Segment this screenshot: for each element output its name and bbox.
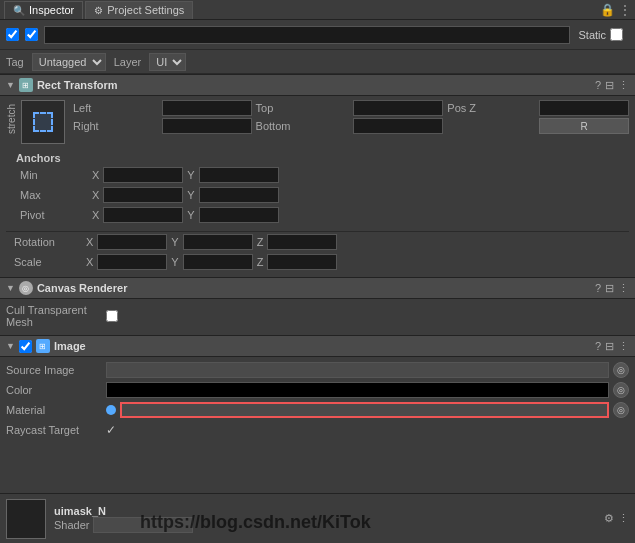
min-y-input[interactable]: 0 [199, 167, 279, 183]
anchors-min-row: Min X 0 Y 0 [12, 166, 623, 184]
tab-inspector[interactable]: 🔍 Inspector [4, 1, 83, 19]
max-label: Max [12, 189, 92, 201]
material-value: uimask_N ◎ [106, 402, 629, 418]
rot-y-input[interactable]: 0 [183, 234, 253, 250]
top-label: Top [256, 102, 350, 114]
canvas-renderer-menu-icon[interactable]: ⋮ [618, 282, 629, 295]
bottom-label: Bottom [256, 120, 350, 132]
rect-transform-menu-icon[interactable]: ⋮ [618, 79, 629, 92]
scale-z-input[interactable]: 1 [267, 254, 337, 270]
image-icons-right: ? ⊟ ⋮ [595, 340, 629, 353]
rect-transform-layout-icon[interactable]: ⊟ [605, 79, 614, 92]
posz-input[interactable]: 0 [539, 100, 629, 116]
rot-x-input[interactable]: 0 [97, 234, 167, 250]
image-title: Image [54, 340, 595, 352]
raycast-label: Raycast Target [6, 424, 106, 436]
canvas-renderer-icons-right: ? ⊟ ⋮ [595, 282, 629, 295]
source-image-value: None (Sprite) ◎ [106, 362, 629, 378]
bottom-settings-icon[interactable]: ⚙ [604, 512, 614, 525]
left-input[interactable]: -621.35 [162, 100, 252, 116]
tab-bar: 🔍 Inspector ⚙ Project Settings 🔒 ⋮ [0, 0, 635, 20]
inspector-main: uimask_N Static Tag Untagged Layer UI ▼ … [0, 20, 635, 543]
stretch-box [21, 100, 65, 144]
right-input[interactable]: -621.35 [162, 118, 252, 134]
max-x-label: X [92, 189, 99, 201]
image-section-header[interactable]: ▼ ⊞ Image ? ⊟ ⋮ [0, 335, 635, 357]
min-x-label: X [92, 169, 99, 181]
material-row: Material uimask_N ◎ [6, 401, 629, 419]
rect-transform-content: stretch Left -621.35 Top -316.5 Pos Z 0 … [0, 96, 635, 277]
image-help-icon[interactable]: ? [595, 340, 601, 353]
more-options-icon[interactable]: ⋮ [619, 3, 631, 17]
pivot-x-input[interactable]: 0.5 [103, 207, 183, 223]
image-layout-icon[interactable]: ⊟ [605, 340, 614, 353]
coords-container: Left -621.35 Top -316.5 Pos Z 0 Right -6… [73, 100, 629, 134]
top-input[interactable]: -316.5 [353, 100, 443, 116]
object-enabled-checkbox[interactable] [6, 28, 19, 41]
image-arrow: ▼ [6, 341, 15, 351]
lock-icon[interactable]: 🔒 [600, 3, 615, 17]
stretch-row: stretch Left -621.35 Top -316.5 Pos Z 0 … [6, 100, 629, 144]
settings-icon: ⚙ [94, 5, 103, 16]
tag-label: Tag [6, 56, 24, 68]
coords-grid: Left -621.35 Top -316.5 Pos Z 0 Right -6… [73, 100, 629, 134]
scale-label: Scale [6, 256, 86, 268]
anchors-max-xy: X 1 Y 1 [92, 187, 279, 203]
image-icon: ⊞ [36, 339, 50, 353]
max-x-input[interactable]: 1 [103, 187, 183, 203]
rot-y-label: Y [171, 236, 178, 248]
shader-input[interactable]: UI/Defau [93, 517, 193, 533]
scale-y-input[interactable]: 1 [183, 254, 253, 270]
rotation-xyz: X 0 Y 0 Z 0 [86, 234, 337, 250]
image-content: Source Image None (Sprite) ◎ Color ◎ Mat… [0, 357, 635, 445]
rect-transform-arrow: ▼ [6, 80, 15, 90]
static-checkbox[interactable] [610, 28, 623, 41]
pivot-y-input[interactable]: 0.5 [199, 207, 279, 223]
rect-transform-help-icon[interactable]: ? [595, 79, 601, 92]
material-pick-btn[interactable]: ◎ [613, 402, 629, 418]
bottom-bar: uimask_N Shader UI/Defau ⚙ ⋮ [0, 493, 635, 543]
min-y-label: Y [187, 169, 194, 181]
bottom-input[interactable]: -316.5 [353, 118, 443, 134]
scale-x-label: X [86, 256, 93, 268]
stretch-label: stretch [6, 100, 17, 138]
canvas-renderer-layout-icon[interactable]: ⊟ [605, 282, 614, 295]
canvas-renderer-help-icon[interactable]: ? [595, 282, 601, 295]
rot-z-input[interactable]: 0 [267, 234, 337, 250]
layer-select[interactable]: UI [149, 53, 186, 71]
color-value: ◎ [106, 382, 629, 398]
raycast-row: Raycast Target ✓ [6, 421, 629, 439]
max-y-label: Y [187, 189, 194, 201]
max-y-input[interactable]: 1 [199, 187, 279, 203]
posz-label: Pos Z [447, 102, 535, 114]
source-image-pick-btn[interactable]: ◎ [613, 362, 629, 378]
pivot-xy: X 0.5 Y 0.5 [92, 207, 279, 223]
material-input[interactable]: uimask_N [120, 402, 609, 418]
color-box[interactable] [106, 382, 609, 398]
canvas-renderer-section-header[interactable]: ▼ ◎ Canvas Renderer ? ⊟ ⋮ [0, 277, 635, 299]
scale-x-input[interactable]: 1 [97, 254, 167, 270]
rot-z-label: Z [257, 236, 264, 248]
anchors-label: Anchors [12, 152, 623, 164]
layer-label: Layer [114, 56, 142, 68]
rect-transform-icons-right: ? ⊟ ⋮ [595, 79, 629, 92]
cull-checkbox[interactable] [106, 310, 118, 322]
bottom-menu-icon[interactable]: ⋮ [618, 512, 629, 525]
object-name-input[interactable]: uimask_N [44, 26, 570, 44]
min-x-input[interactable]: 0 [103, 167, 183, 183]
image-enabled-checkbox[interactable] [19, 340, 32, 353]
r-button[interactable]: R [539, 118, 629, 134]
source-image-input[interactable]: None (Sprite) [106, 362, 609, 378]
rect-transform-section-header[interactable]: ▼ ⊞ Rect Transform ? ⊟ ⋮ [0, 74, 635, 96]
component-enabled-checkbox[interactable] [25, 28, 38, 41]
image-menu-icon[interactable]: ⋮ [618, 340, 629, 353]
bottom-info: uimask_N Shader UI/Defau [54, 505, 596, 533]
cull-label: Cull Transparent Mesh [6, 304, 106, 328]
bottom-bar-icons: ⚙ ⋮ [604, 512, 629, 525]
bottom-preview [6, 499, 46, 539]
scale-xyz: X 1 Y 1 Z 1 [86, 254, 337, 270]
color-pick-btn[interactable]: ◎ [613, 382, 629, 398]
tag-select[interactable]: Untagged [32, 53, 106, 71]
tab-project-settings[interactable]: ⚙ Project Settings [85, 1, 193, 19]
rect-transform-icon: ⊞ [19, 78, 33, 92]
